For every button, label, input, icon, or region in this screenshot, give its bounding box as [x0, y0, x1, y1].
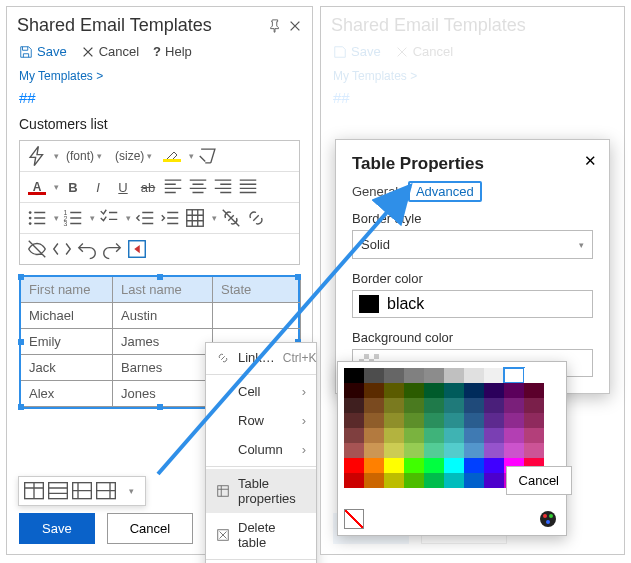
checklist-icon[interactable] — [98, 207, 120, 229]
code-icon[interactable] — [51, 238, 73, 260]
save-button[interactable]: Save — [19, 44, 67, 59]
save-primary-button[interactable]: Save — [19, 513, 95, 544]
palette-cell[interactable] — [364, 428, 384, 443]
palette-cell[interactable] — [424, 473, 444, 488]
palette-cell[interactable] — [364, 473, 384, 488]
col-first-name[interactable]: First name — [21, 277, 113, 303]
palette-cell[interactable] — [404, 383, 424, 398]
palette-cell[interactable] — [524, 443, 544, 458]
palette-cell[interactable] — [504, 413, 524, 428]
palette-cell[interactable] — [444, 458, 464, 473]
palette-cell[interactable] — [504, 368, 524, 383]
palette-cell[interactable] — [524, 413, 544, 428]
palette-cell[interactable] — [424, 368, 444, 383]
palette-cell[interactable] — [464, 458, 484, 473]
palette-cell[interactable] — [444, 428, 464, 443]
palette-cell[interactable] — [344, 458, 364, 473]
table-mini2-icon[interactable] — [46, 480, 70, 502]
palette-cell[interactable] — [404, 413, 424, 428]
table-mini4-icon[interactable] — [94, 480, 118, 502]
redo-icon[interactable] — [101, 238, 123, 260]
close-icon[interactable] — [288, 19, 302, 33]
highlight-icon[interactable] — [161, 145, 183, 167]
palette-cell[interactable] — [504, 383, 524, 398]
table-mini-more-icon[interactable]: ▾ — [118, 480, 142, 502]
unlink-icon[interactable] — [220, 207, 242, 229]
table-icon[interactable] — [184, 207, 206, 229]
italic-icon[interactable]: I — [87, 176, 109, 198]
palette-cell[interactable] — [484, 383, 504, 398]
palette-cell[interactable] — [404, 458, 424, 473]
palette-cell[interactable] — [364, 458, 384, 473]
col-state[interactable]: State — [213, 277, 301, 303]
ctx-column[interactable]: Column — [206, 435, 316, 464]
hide-icon[interactable] — [26, 238, 48, 260]
outdent-icon[interactable] — [134, 207, 156, 229]
help-button[interactable]: ?Help — [153, 44, 192, 59]
palette-cell[interactable] — [404, 398, 424, 413]
palette-cancel-button[interactable]: Cancel — [506, 466, 572, 495]
table-mini1-icon[interactable] — [22, 480, 46, 502]
palette-cell[interactable] — [464, 428, 484, 443]
palette-cell[interactable] — [444, 383, 464, 398]
palette-cell[interactable] — [464, 383, 484, 398]
palette-cell[interactable] — [504, 443, 524, 458]
palette-cell[interactable] — [384, 458, 404, 473]
palette-cell[interactable] — [404, 443, 424, 458]
align-justify-icon[interactable] — [237, 176, 259, 198]
palette-cell[interactable] — [404, 428, 424, 443]
palette-cell[interactable] — [444, 398, 464, 413]
ol-icon[interactable]: 123 — [62, 207, 84, 229]
palette-cell[interactable] — [464, 443, 484, 458]
palette-cell[interactable] — [384, 398, 404, 413]
underline-icon[interactable]: U — [112, 176, 134, 198]
palette-cell[interactable] — [444, 443, 464, 458]
palette-cell[interactable] — [424, 443, 444, 458]
no-color-icon[interactable] — [344, 509, 364, 529]
tab-general[interactable]: General — [352, 184, 398, 199]
ctx-row[interactable]: Row — [206, 406, 316, 435]
col-last-name[interactable]: Last name — [113, 277, 213, 303]
palette-cell[interactable] — [384, 428, 404, 443]
pin-icon[interactable] — [268, 19, 282, 33]
palette-cell[interactable] — [484, 473, 504, 488]
bold-icon[interactable]: B — [62, 176, 84, 198]
palette-cell[interactable] — [484, 398, 504, 413]
border-color-input[interactable]: black — [352, 290, 593, 318]
ctx-tprops[interactable]: Table properties — [206, 469, 316, 513]
custom-color-icon[interactable] — [538, 509, 558, 529]
palette-cell[interactable] — [464, 398, 484, 413]
palette-cell[interactable] — [344, 413, 364, 428]
table-mini3-icon[interactable] — [70, 480, 94, 502]
palette-cell[interactable] — [484, 413, 504, 428]
palette-cell[interactable] — [484, 428, 504, 443]
palette-cell[interactable] — [364, 398, 384, 413]
palette-cell[interactable] — [464, 473, 484, 488]
palette-cell[interactable] — [464, 368, 484, 383]
palette-cell[interactable] — [344, 428, 364, 443]
clear-format-icon[interactable] — [197, 145, 219, 167]
align-right-icon[interactable] — [212, 176, 234, 198]
energy-icon[interactable] — [26, 145, 48, 167]
palette-cell[interactable] — [364, 383, 384, 398]
palette-cell[interactable] — [344, 398, 364, 413]
ctx-link[interactable]: Link…Ctrl+K — [206, 343, 316, 372]
palette-cell[interactable] — [364, 413, 384, 428]
ctx-delete[interactable]: Delete table — [206, 513, 316, 557]
palette-cell[interactable] — [484, 368, 504, 383]
palette-cell[interactable] — [404, 473, 424, 488]
palette-cell[interactable] — [444, 368, 464, 383]
breadcrumb[interactable]: My Templates > — [7, 67, 312, 89]
tab-advanced[interactable]: Advanced — [408, 181, 482, 202]
palette-cell[interactable] — [524, 428, 544, 443]
insert-icon[interactable] — [126, 238, 148, 260]
palette-cell[interactable] — [484, 443, 504, 458]
ul-icon[interactable] — [26, 207, 48, 229]
border-style-select[interactable]: Solid▾ — [352, 230, 593, 259]
palette-cell[interactable] — [384, 473, 404, 488]
palette-cell[interactable] — [384, 413, 404, 428]
cancel-button[interactable]: Cancel — [81, 44, 139, 59]
font-select[interactable]: (font)▾ — [62, 149, 108, 163]
palette-cell[interactable] — [364, 443, 384, 458]
palette-cell[interactable] — [344, 368, 364, 383]
